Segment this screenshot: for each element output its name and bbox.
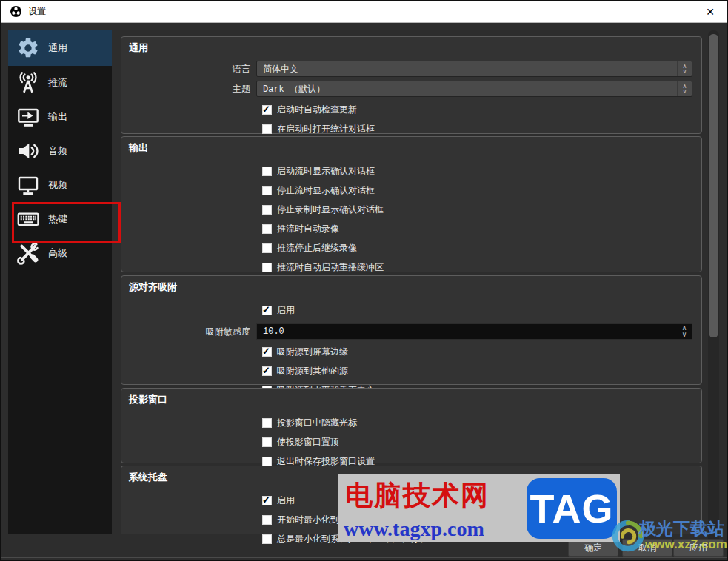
checkbox-row[interactable]: ✓ 推流时自动录像: [262, 223, 692, 235]
sidebar-item-video[interactable]: 视频: [8, 168, 112, 202]
checkbox-label: 吸附源到屏幕边缘: [277, 346, 348, 358]
spinbox-spinner[interactable]: ∧ ∨: [677, 324, 692, 339]
checkbox-row[interactable]: ✓ 推流时自动启动重播缓冲区: [262, 261, 692, 274]
dialog-bottom-divider: [1, 557, 727, 558]
sidebar-item-label: 高级: [48, 246, 67, 260]
checkbox-row[interactable]: ✓ 在启动时打开统计对话框: [262, 123, 692, 135]
sidebar-item-label: 通用: [48, 41, 67, 55]
checkbox[interactable]: ✓: [262, 347, 272, 357]
settings-sidebar: 通用 推流: [8, 30, 112, 534]
sidebar-item-output[interactable]: 输出: [8, 100, 112, 134]
watermark-tagxp: 电脑技术网 www.tagxp.com TAG: [338, 474, 620, 542]
checkbox-row[interactable]: ✓ 启动流时显示确认对话框: [262, 165, 692, 178]
check-icon: ✓: [262, 304, 270, 315]
audio-icon: [15, 138, 41, 164]
close-icon[interactable]: ✕: [702, 4, 718, 20]
cancel-button[interactable]: 取消: [622, 539, 672, 557]
language-value: 简体中文: [257, 61, 677, 76]
tag-badge: TAG: [527, 478, 617, 539]
group-snapping: 源对齐吸附 ✓ 启用 吸附敏感度 10.0 ∧ ∨ ✓ 吸附源到屏幕边缘 ✓ 吸…: [121, 275, 702, 385]
checkbox[interactable]: ✓: [262, 496, 272, 505]
language-select[interactable]: 简体中文 ∧ ∨: [256, 61, 692, 77]
checkbox[interactable]: ✓: [262, 167, 272, 176]
sidebar-item-label: 视频: [48, 178, 67, 192]
sidebar-item-hotkeys[interactable]: 热键: [8, 202, 112, 236]
group-title: 通用: [129, 41, 692, 55]
checkbox[interactable]: ✓: [262, 124, 272, 134]
checkbox-label: 停止录制时显示确认对话框: [277, 204, 384, 216]
checkbox-label: 推流停止后继续录像: [277, 242, 357, 255]
checkbox-label: 吸附源到其他的源: [277, 365, 348, 377]
group-projector: 投影窗口 ✓ 投影窗口中隐藏光标 ✓ 使投影窗口置顶 ✓ 退出时保存投影窗口设置: [121, 388, 702, 463]
checkbox[interactable]: ✓: [262, 534, 272, 544]
sidebar-item-label: 音频: [48, 144, 67, 158]
snap-sensitivity-label: 吸附敏感度: [129, 326, 256, 338]
checkbox[interactable]: ✓: [262, 205, 272, 215]
checkbox-row[interactable]: ✓ 吸附源到其他的源: [262, 365, 692, 377]
checkbox-row[interactable]: ✓ 投影窗口中隐藏光标: [262, 417, 692, 429]
chevron-down-icon: ∨: [682, 332, 687, 338]
output-icon: [15, 104, 41, 130]
checkbox-label: 停止流时显示确认对话框: [277, 184, 375, 197]
snap-sensitivity-value: 10.0: [257, 324, 677, 339]
tools-icon: [15, 240, 41, 266]
chevron-down-icon: ∨: [683, 69, 687, 74]
checkbox-label: 启用: [277, 304, 295, 317]
window-title: 设置: [28, 5, 46, 18]
checkbox[interactable]: ✓: [262, 243, 272, 253]
checkbox[interactable]: ✓: [262, 515, 272, 525]
checkbox-label: 推流时自动启动重播缓冲区: [277, 261, 384, 274]
checkbox-row[interactable]: ✓ 启动时自动检查更新: [262, 104, 692, 116]
theme-label: 主题: [129, 83, 256, 95]
group-title: 输出: [129, 141, 692, 155]
tag-badge-text: TAG: [530, 486, 614, 531]
chevron-down-icon: ∨: [683, 89, 687, 94]
combo-spinner[interactable]: ∧ ∨: [677, 61, 692, 76]
sidebar-item-label: 输出: [48, 110, 67, 124]
checkbox-row[interactable]: ✓ 启用: [262, 304, 692, 317]
group-title: 源对齐吸附: [129, 280, 692, 294]
checkbox-row[interactable]: ✓ 停止流时显示确认对话框: [262, 184, 692, 197]
watermark-url: www.tagxp.com: [344, 517, 484, 541]
group-output: 输出 ✓ 启动流时显示确认对话框 ✓ 停止流时显示确认对话框 ✓ 停止录制时显示…: [121, 136, 702, 272]
snap-sensitivity-input[interactable]: 10.0 ∧ ∨: [256, 323, 692, 340]
sidebar-item-advanced[interactable]: 高级: [8, 236, 112, 270]
checkbox[interactable]: ✓: [262, 437, 272, 447]
checkbox-row[interactable]: ✓ 停止录制时显示确认对话框: [262, 204, 692, 216]
checkbox-row[interactable]: ✓ 推流停止后继续录像: [262, 242, 692, 255]
checkbox[interactable]: ✓: [262, 105, 272, 115]
checkbox[interactable]: ✓: [262, 224, 272, 234]
group-title: 投影窗口: [129, 393, 692, 406]
watermark-site-name: 电脑技术网: [345, 477, 490, 514]
apply-button[interactable]: 应用: [673, 539, 724, 557]
language-label: 语言: [129, 63, 256, 75]
theme-select[interactable]: Dark （默认） ∧ ∨: [256, 81, 692, 97]
checkbox-label: 投影窗口中隐藏光标: [277, 417, 357, 429]
check-icon: ✓: [262, 494, 270, 505]
sidebar-item-label: 推流: [48, 76, 67, 90]
checkbox[interactable]: ✓: [262, 306, 272, 315]
check-icon: ✓: [262, 346, 270, 357]
combo-spinner[interactable]: ∧ ∨: [677, 81, 692, 96]
checkbox-row[interactable]: ✓ 吸附源到屏幕边缘: [262, 346, 692, 358]
checkbox-label: 在启动时打开统计对话框: [277, 123, 375, 135]
checkbox[interactable]: ✓: [262, 418, 272, 428]
theme-value: Dark （默认）: [257, 81, 677, 96]
checkbox[interactable]: ✓: [262, 263, 272, 272]
checkbox[interactable]: ✓: [262, 366, 272, 376]
sidebar-item-audio[interactable]: 音频: [8, 134, 112, 168]
broadcast-icon: [15, 70, 41, 96]
checkbox-label: 启动时自动检查更新: [277, 104, 357, 116]
titlebar: 设置 ✕: [1, 1, 727, 23]
checkbox-row[interactable]: ✓ 使投影窗口置顶: [262, 436, 692, 449]
sidebar-item-general[interactable]: 通用: [8, 30, 112, 66]
settings-dialog: 设置 ✕ 通用 推流: [0, 0, 728, 561]
check-icon: ✓: [262, 104, 270, 115]
checkbox-label: 启用: [277, 494, 295, 507]
vertical-scrollbar-thumb[interactable]: [709, 34, 718, 337]
checkbox[interactable]: ✓: [262, 186, 272, 195]
video-icon: [15, 172, 41, 198]
sidebar-item-stream[interactable]: 推流: [8, 66, 112, 100]
check-icon: ✓: [262, 365, 270, 376]
checkbox-label: 启动流时显示确认对话框: [277, 165, 375, 178]
